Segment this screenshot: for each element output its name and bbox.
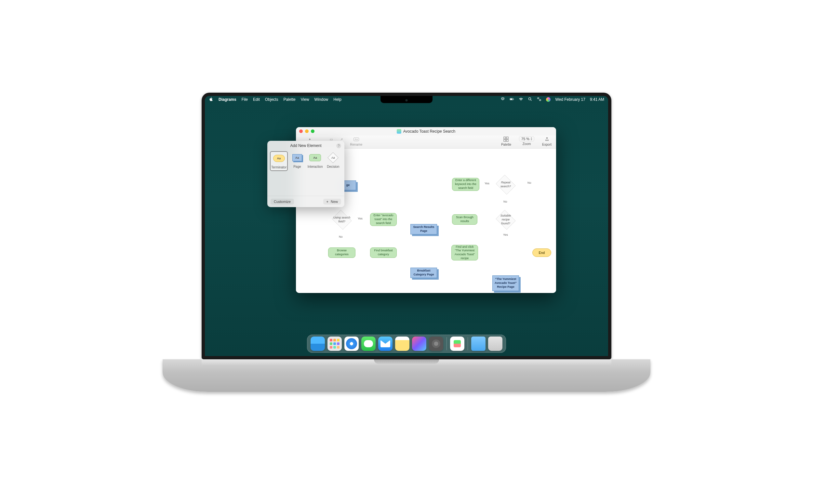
menu-objects[interactable]: Objects — [265, 97, 278, 102]
aa-glyph: Aa — [331, 156, 335, 159]
node-browse-categories[interactable]: Browse categories — [328, 247, 355, 258]
new-label: New — [331, 200, 338, 204]
export-button[interactable]: Export — [542, 136, 552, 146]
palette-button[interactable]: Palette — [501, 136, 511, 146]
palette-icon — [503, 136, 509, 142]
node-text: Scan through results — [454, 216, 475, 223]
element-page[interactable]: Aa Page — [289, 153, 305, 170]
node-text: Repeat search? — [497, 181, 514, 188]
dock-messages[interactable] — [361, 337, 376, 351]
svg-rect-2 — [513, 99, 514, 99]
window-title: Avocado Toast Recipe Search — [403, 129, 455, 134]
display-notch — [380, 96, 433, 103]
status-icon[interactable] — [500, 97, 505, 102]
rename-button[interactable]: Aa Rename — [350, 136, 363, 146]
node-search-results-page[interactable]: Search Results Page — [410, 224, 437, 234]
node-text: Enter a different keyword into the searc… — [454, 179, 477, 190]
element-label: Decision — [327, 165, 339, 168]
siri-icon[interactable] — [546, 97, 551, 102]
app-menu[interactable]: Diagrams — [219, 97, 236, 102]
svg-rect-4 — [538, 98, 539, 99]
rename-icon: Aa — [353, 136, 359, 142]
node-text: Browse categories — [330, 249, 353, 256]
dock-separator — [468, 337, 468, 350]
document-icon — [397, 129, 401, 134]
menubar-date[interactable]: Wed February 17 — [555, 97, 585, 102]
stepper-arrows-icon: ▴▾ — [531, 137, 532, 140]
add-element-popover: Add New Element ? Aa Terminator Aa Page … — [267, 141, 344, 207]
dock-trash[interactable] — [488, 337, 502, 351]
node-find-breakfast-category[interactable]: Find breakfast category — [370, 247, 397, 258]
node-breakfast-category-page[interactable]: Breakfast Category Page — [410, 268, 437, 278]
menu-edit[interactable]: Edit — [253, 97, 260, 102]
dock-diagrams[interactable] — [450, 337, 464, 351]
menu-help[interactable]: Help — [333, 97, 341, 102]
element-interaction[interactable]: Aa Interaction — [307, 153, 323, 170]
menu-palette[interactable]: Palette — [283, 97, 295, 102]
svg-point-3 — [529, 98, 531, 100]
dock-finder[interactable] — [311, 337, 325, 351]
dock-settings[interactable] — [429, 337, 443, 351]
apple-menu[interactable] — [209, 97, 213, 102]
screen-bezel: Diagrams File Edit Objects Palette View … — [202, 93, 611, 359]
node-text: Using search field? — [333, 216, 351, 223]
dock-downloads[interactable] — [471, 337, 486, 351]
help-button[interactable]: ? — [336, 143, 341, 148]
node-decision-search-field[interactable]: Using search field? — [331, 211, 353, 229]
node-text: End — [539, 251, 545, 255]
zoom-control[interactable]: 75 %▴▾ Zoom — [519, 136, 534, 146]
zoom-stepper[interactable]: 75 %▴▾ — [519, 136, 534, 141]
dock-notes[interactable] — [395, 337, 409, 351]
popover-header: Add New Element ? — [267, 141, 344, 151]
node-end[interactable]: End — [532, 248, 551, 257]
element-picker: Aa Terminator Aa Page Aa Interaction Aa … — [267, 151, 344, 173]
popover-spacer — [267, 173, 344, 196]
customize-button[interactable]: Customize — [271, 199, 294, 205]
window-titlebar[interactable]: Avocado Toast Recipe Search — [296, 127, 556, 136]
element-label: Page — [293, 165, 301, 168]
node-enter-avocado-toast[interactable]: Enter "avocado toast" into the search fi… — [370, 213, 397, 226]
element-decision[interactable]: Aa Decision — [325, 153, 341, 170]
node-find-and-click-recipe[interactable]: Find and click "The Yummiest Avocado Toa… — [451, 245, 478, 260]
rename-label: Rename — [350, 143, 363, 146]
laptop-base — [163, 359, 650, 392]
node-text: Breakfast Category Page — [413, 269, 435, 276]
new-button[interactable]: + New — [323, 199, 341, 205]
zoom-label: Zoom — [523, 142, 531, 146]
node-text: Search Results Page — [413, 225, 435, 233]
wifi-icon[interactable] — [519, 97, 523, 102]
aa-glyph: Aa — [277, 157, 281, 160]
node-enter-different-keyword[interactable]: Enter a different keyword into the searc… — [452, 178, 479, 191]
dock-launchpad[interactable] — [327, 337, 342, 351]
node-decision-suitable-recipe[interactable]: Suitable recipe found? — [495, 211, 516, 229]
svg-rect-6 — [504, 137, 506, 139]
menu-window[interactable]: Window — [314, 97, 328, 102]
node-text: Find and click "The Yummiest Avocado Toa… — [454, 245, 476, 260]
node-text: ge — [346, 183, 350, 187]
menu-file[interactable]: File — [242, 97, 248, 102]
menubar-time[interactable]: 9:41 AM — [590, 97, 604, 102]
svg-rect-7 — [506, 137, 508, 139]
dock — [307, 335, 506, 353]
node-text: Find breakfast category — [372, 249, 394, 256]
edge-label-no: No — [503, 200, 507, 203]
spotlight-icon[interactable] — [528, 97, 532, 102]
dock-shortcuts[interactable] — [412, 337, 426, 351]
close-button[interactable] — [299, 129, 303, 133]
minimize-button[interactable] — [305, 129, 309, 133]
dock-safari[interactable] — [344, 337, 359, 351]
node-yummiest-recipe-page[interactable]: "The Yummiest Avocado Toast" Recipe Page — [492, 275, 519, 291]
node-text: Suitable recipe found? — [497, 214, 514, 225]
node-decision-repeat-search[interactable]: Repeat search? — [495, 176, 516, 193]
menu-view[interactable]: View — [301, 97, 309, 102]
element-terminator[interactable]: Aa Terminator — [270, 151, 288, 171]
zoom-value: 75 % — [521, 137, 529, 141]
dock-mail[interactable] — [378, 337, 393, 351]
control-center-icon[interactable] — [537, 97, 541, 102]
battery-icon[interactable] — [510, 97, 514, 102]
node-scan-through-results[interactable]: Scan through results — [452, 214, 477, 225]
palette-label: Palette — [501, 143, 511, 146]
zoom-button[interactable] — [311, 129, 314, 133]
node-text: Enter "avocado toast" into the search fi… — [372, 214, 394, 225]
export-label: Export — [542, 143, 552, 146]
